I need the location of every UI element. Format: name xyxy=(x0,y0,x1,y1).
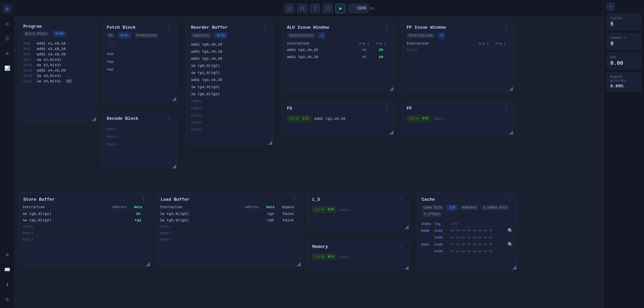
fp-issue-instructions-label: Instructions xyxy=(407,33,435,38)
sidebar-icon-list[interactable]: ☰ xyxy=(3,34,12,43)
cache-menu-button[interactable]: ⋮ xyxy=(507,196,512,203)
sidebar-icon-book[interactable]: 📖 xyxy=(3,265,12,274)
memory-cycle-badge: Cycle 0/0 xyxy=(312,254,336,260)
fp-issue-table: Instruction Arg 1 Arg 2 empty xyxy=(402,41,513,56)
ls-instruction: empty xyxy=(340,208,351,212)
right-panel-toggle[interactable]: ‹ xyxy=(607,3,615,11)
last-button[interactable]: ⟩⟩ xyxy=(323,4,333,13)
program-code-list: 0x0 addi x1,x0,10 0x4 addi x2,x0,10 0x8 … xyxy=(19,39,96,85)
cache-zoom-out-icon[interactable]: 🔍 xyxy=(508,242,513,247)
store-buffer-row-1: sw tg1,0(tg2) - tg1 xyxy=(23,217,147,224)
rob-row-2: addi tg2,x0,20 xyxy=(187,55,272,62)
cache-address-label: Address xyxy=(460,205,478,210)
rob-row-5: addi tg3,x0,20 xyxy=(187,77,272,84)
rob-row-3: sw tg0,0(tg2) xyxy=(187,62,272,69)
top-toolbar: |⟨ ⟨⟨ ⟨ ⟩⟩ ▶ ms xyxy=(15,0,644,17)
memory-body: Cycle 0/0 empty xyxy=(308,252,409,263)
cache-table: Index Tag Line 0x00 0x00 00 00 00 00 00 … xyxy=(418,220,516,257)
load-buffer-header-row: Instruction Address Data Bypass xyxy=(160,205,297,210)
memory-menu-button[interactable]: ⋮ xyxy=(399,243,405,250)
ls-menu-button[interactable]: ⋮ xyxy=(399,196,405,203)
store-buffer-row-0: sw tg0,0(tg2) - 10 xyxy=(23,211,147,217)
memory-title: Memory xyxy=(312,244,328,249)
rob-row-0: addi tg0,x0,10 xyxy=(187,41,272,48)
decode-item-1: empty xyxy=(103,133,176,141)
decode-menu-button[interactable]: ⋮ xyxy=(167,115,172,122)
program-card-header: Program xyxy=(19,21,96,31)
store-buffer-header: Store Buffer ⋮ xyxy=(19,193,150,205)
sidebar-icon-gear[interactable]: ⚙ xyxy=(3,49,12,58)
fp-menu-button[interactable]: ⋮ xyxy=(504,105,509,112)
branch-label: Branch accuracy xyxy=(610,75,638,83)
fp-instruction: empty xyxy=(434,117,445,121)
sidebar-icon-bottom-settings[interactable]: ⚙ xyxy=(3,250,12,259)
alu-issue-table: Instruction Arg 1 Arg 2 addi tg2,x0,20 x… xyxy=(283,41,393,63)
decode-item-2: empty xyxy=(103,141,176,148)
ipc-card: IPC 0.00 xyxy=(607,53,641,69)
fx-instruction: addi tg1,x0,10 xyxy=(314,117,345,121)
ms-input[interactable] xyxy=(348,4,368,13)
decode-card-corner xyxy=(171,163,176,168)
fx-cycle-badge: Cycle 1/1 xyxy=(287,116,311,121)
cache-zoom-in-icon[interactable]: 🔍 xyxy=(508,228,513,233)
load-buffer-row-3: empty xyxy=(160,230,297,236)
decode-code-list: empty empty empty xyxy=(103,124,176,149)
ipc-label: IPC xyxy=(610,56,638,59)
store-buffer-header-row: Instruction Address Data xyxy=(23,205,147,210)
code-item-0x0: 0x0 addi x1,x0,10 xyxy=(19,41,96,46)
sidebar-icon-config[interactable]: ⚙ xyxy=(3,295,12,304)
load-buffer: Load Buffer ⋮ Instruction Address Data B… xyxy=(156,192,301,267)
load-buffer-menu-button[interactable]: ⋮ xyxy=(291,196,297,203)
fx-body: Cycle 1/1 addi tg1,x0,10 xyxy=(283,114,393,125)
fetch-pc-label: PC xyxy=(107,33,115,38)
cache-row-0x01-b: 0x00 00 00 00 00 00 00 00 00 xyxy=(421,249,513,255)
program-title: Program xyxy=(23,24,42,29)
prev-prev-button[interactable]: ⟨⟨ xyxy=(297,4,307,13)
store-buffer: Store Buffer ⋮ Instruction Address Data … xyxy=(19,192,150,267)
main-content: Program Entry Point 0×00 0x0 addi x1,x0,… xyxy=(15,17,604,308)
fetch-pc-value: 0×3c xyxy=(118,33,131,38)
fetch-item-2: nop xyxy=(103,66,176,73)
code-item-0x14: 0x14 addi x4,x0,20 xyxy=(19,68,96,73)
alu-title: ALU Issue Window xyxy=(287,25,329,30)
decode-title: Decode Block xyxy=(107,116,138,121)
alu-issue-row-0: addi tg2,x0,20 x0 20 xyxy=(286,47,391,54)
cache-lane-size-value: 32B xyxy=(447,205,457,211)
fp-issue-card-corner xyxy=(508,85,513,91)
begin-button[interactable]: |⟨ xyxy=(284,4,294,13)
fp-issue-title: FP Issue Window xyxy=(407,25,446,30)
cache-card-corner xyxy=(511,264,516,270)
program-block: Program Entry Point 0×00 0x0 addi x1,x0,… xyxy=(19,20,96,121)
store-buffer-menu-button[interactable]: ⋮ xyxy=(140,196,146,203)
fetch-card-header: Fetch Block ⋮ xyxy=(103,21,176,33)
rob-row-7: lw tg5,0(tg3) xyxy=(187,91,272,98)
fx-title: FX xyxy=(287,106,292,111)
cache-card-header: Cache ⋮ xyxy=(418,193,516,205)
program-card-corner xyxy=(91,116,96,121)
ipc-value: 0.00 xyxy=(610,60,638,66)
cache-row-0x00-a: 0x00 0x00 00 00 00 00 00 00 00 00 🔍 xyxy=(421,227,513,235)
sidebar-icon-code[interactable]: ◁▷ xyxy=(3,19,12,28)
sidebar-icon-chart[interactable]: 📊 xyxy=(3,63,12,73)
fp-issue-menu-button[interactable]: ⋮ xyxy=(504,24,509,31)
sidebar-icon-settings[interactable]: ⚙ xyxy=(3,4,12,13)
ls-card-corner xyxy=(403,224,409,229)
fetch-item-0: nop xyxy=(103,50,176,58)
branch-value: 0.00% xyxy=(610,84,638,89)
fetch-menu-button[interactable]: ⋮ xyxy=(167,24,172,31)
store-buffer-corner xyxy=(144,261,150,266)
entry-point-badge: Entry Point xyxy=(23,31,50,36)
play-button[interactable]: ▶ xyxy=(335,4,346,13)
rob-sub-header: Capacity 8/32 xyxy=(187,33,272,41)
rob-menu-button[interactable]: ⋮ xyxy=(263,24,268,31)
sidebar-icon-info[interactable]: ℹ xyxy=(3,280,12,289)
decode-card-header: Decode Block ⋮ xyxy=(103,112,176,124)
prev-button[interactable]: ⟨ xyxy=(310,4,320,13)
cache-header-row: Index Tag Line xyxy=(421,222,513,227)
rob-row-8: empty xyxy=(187,98,272,105)
store-buffer-row-3: empty xyxy=(23,230,147,236)
alu-menu-button[interactable]: ⋮ xyxy=(384,24,389,31)
fetch-item-1: nop xyxy=(103,58,176,66)
rob-row-1: addi tg1,x0,10 xyxy=(187,48,272,55)
fx-menu-button[interactable]: ⋮ xyxy=(384,105,389,112)
